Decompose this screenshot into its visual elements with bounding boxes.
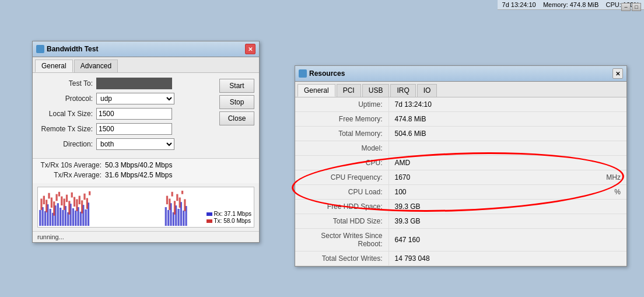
direction-select[interactable]: both transmit receive: [96, 138, 174, 150]
res-row-unit: %: [600, 185, 626, 200]
txrx-10s-row: Tx/Rx 10s Average: 50.3 Mbps/40.2 Mbps: [37, 161, 254, 169]
tab-res-pci[interactable]: PCI: [337, 84, 361, 97]
svg-rect-35: [79, 196, 80, 205]
tx-legend-label: Tx: 58.0 Mbps: [214, 218, 251, 224]
tab-advanced[interactable]: Advanced: [74, 60, 118, 72]
tx-legend-item: Tx: 58.0 Mbps: [206, 218, 251, 224]
txrx-avg-label: Tx/Rx Average:: [37, 171, 102, 179]
svg-rect-4: [50, 209, 51, 226]
res-row-value: 14 793 048: [388, 251, 600, 266]
res-table-row: Free Memory:474.8 MiB: [295, 112, 626, 127]
test-to-input[interactable]: [96, 78, 172, 89]
window-controls: – □: [621, 3, 641, 11]
bw-action-buttons: Start Stop Close: [219, 78, 254, 153]
bw-titlebar-left: Bandwidth Test: [36, 45, 98, 53]
minimize-button[interactable]: –: [621, 3, 631, 11]
rx-legend-item: Rx: 37.1 Mbps: [206, 211, 251, 217]
svg-rect-49: [166, 196, 168, 205]
res-row-label: CPU Load:: [295, 185, 388, 200]
svg-rect-18: [85, 209, 87, 226]
res-close-button[interactable]: ✕: [612, 68, 623, 79]
svg-rect-56: [184, 199, 186, 211]
res-tab-bar: General PCI USB IRQ IO: [295, 82, 626, 97]
res-row-label: CPU Frequency:: [295, 170, 388, 185]
start-button[interactable]: Start: [219, 79, 254, 93]
bw-chart: Rx: 37.1 Mbps Tx: 58.0 Mbps: [37, 187, 254, 228]
svg-rect-47: [183, 211, 184, 226]
svg-rect-39: [89, 191, 90, 195]
bw-tab-bar: General Advanced: [33, 57, 259, 73]
protocol-row: Protocol: udp tcp: [37, 93, 215, 104]
svg-rect-25: [53, 201, 55, 215]
svg-rect-16: [80, 212, 82, 226]
svg-rect-45: [177, 209, 179, 226]
direction-row: Direction: both transmit receive: [37, 138, 215, 150]
svg-rect-24: [51, 197, 52, 207]
rx-legend-color: [206, 212, 212, 216]
svg-rect-23: [48, 193, 50, 199]
svg-rect-50: [169, 198, 170, 209]
bw-status-text: running...: [37, 233, 64, 240]
svg-rect-34: [76, 199, 78, 211]
res-table-row: Uptime:7d 13:24:10: [295, 97, 626, 112]
svg-rect-33: [74, 197, 75, 207]
bw-stats-panel: Tx/Rx 10s Average: 50.3 Mbps/40.2 Mbps T…: [33, 158, 259, 183]
bw-close-button[interactable]: ✕: [245, 44, 256, 54]
protocol-select[interactable]: udp tcp: [96, 93, 174, 104]
svg-rect-9: [62, 210, 64, 226]
res-row-value: 647 160: [388, 229, 600, 251]
local-tx-size-input[interactable]: [96, 108, 172, 120]
tab-res-general[interactable]: General: [298, 84, 335, 97]
res-table-row: CPU:AMD: [295, 156, 626, 170]
res-row-label: Model:: [295, 141, 388, 156]
tx-legend-color: [206, 219, 212, 223]
remote-tx-size-input[interactable]: [96, 123, 172, 135]
svg-rect-55: [181, 191, 183, 194]
bandwidth-test-window: Bandwidth Test ✕ General Advanced Test T…: [32, 41, 260, 243]
res-row-label: Free HDD Space:: [295, 200, 388, 214]
bw-titlebar: Bandwidth Test ✕: [33, 41, 259, 57]
res-row-value: 7d 13:24:10: [388, 97, 600, 112]
test-to-label: Test To:: [37, 79, 93, 88]
res-row-value: 100: [388, 185, 600, 200]
tab-res-usb[interactable]: USB: [362, 84, 390, 97]
local-tx-size-label: Local Tx Size:: [37, 110, 93, 118]
svg-rect-37: [83, 194, 85, 200]
svg-rect-36: [81, 200, 83, 213]
tab-res-irq[interactable]: IRQ: [390, 84, 415, 97]
res-row-label: Sector Writes Since Reboot:: [295, 229, 388, 251]
res-table-row: Total Sector Writes:14 793 048: [295, 251, 626, 266]
res-row-value: 39.3 GB: [388, 200, 600, 214]
svg-rect-38: [86, 198, 88, 208]
remote-tx-size-label: Remote Tx Size:: [37, 125, 93, 133]
local-tx-size-row: Local Tx Size:: [37, 108, 215, 120]
svg-rect-0: [39, 210, 41, 226]
direction-label: Direction:: [37, 140, 93, 148]
res-row-value: 39.3 GB: [388, 214, 600, 229]
res-window-title: Resources: [309, 69, 345, 78]
tab-res-io[interactable]: IO: [417, 84, 438, 97]
txrx-10s-label: Tx/Rx 10s Average:: [37, 161, 102, 169]
res-table-row: Model:: [295, 141, 626, 156]
stop-button[interactable]: Stop: [219, 95, 254, 109]
tab-general[interactable]: General: [35, 60, 73, 72]
res-row-value: 504.6 MiB: [388, 127, 600, 141]
svg-rect-20: [40, 198, 42, 209]
res-row-label: Total Memory:: [295, 127, 388, 141]
res-row-label: Total HDD Size:: [295, 214, 388, 229]
txrx-avg-value: 31.6 Mbps/42.5 Mbps: [105, 171, 172, 179]
res-info-table: Uptime:7d 13:24:10Free Memory:474.8 MiBT…: [295, 97, 626, 266]
maximize-button[interactable]: □: [632, 3, 641, 11]
remote-tx-size-row: Remote Tx Size:: [37, 123, 215, 135]
close-button[interactable]: Close: [219, 111, 254, 125]
res-titlebar: Resources ✕: [295, 66, 626, 82]
res-row-label: Uptime:: [295, 97, 388, 112]
res-table-row: Total HDD Size:39.3 GB: [295, 214, 626, 229]
svg-rect-13: [72, 208, 74, 226]
txrx-avg-row: Tx/Rx Average: 31.6 Mbps/42.5 Mbps: [37, 171, 254, 179]
res-row-unit: MHz: [600, 170, 626, 185]
memory-display: Memory: 474.8 MiB: [543, 1, 598, 8]
svg-rect-27: [58, 192, 60, 197]
res-table-row: Sector Writes Since Reboot:647 160: [295, 229, 626, 251]
test-to-row: Test To:: [37, 78, 215, 89]
